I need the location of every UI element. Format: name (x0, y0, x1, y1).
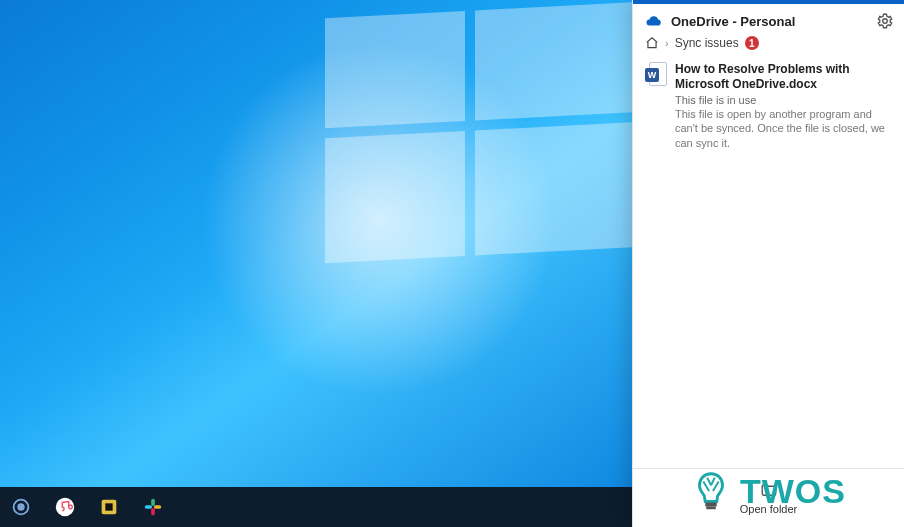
onedrive-flyout: OneDrive - Personal › Sync issues 1 W Ho… (632, 0, 904, 527)
item-subtitle: This file is in use (675, 94, 892, 106)
svg-rect-4 (105, 503, 112, 510)
svg-rect-6 (154, 505, 161, 509)
open-folder-button[interactable]: Open folder (633, 469, 904, 527)
svg-rect-5 (145, 505, 152, 509)
home-icon[interactable] (645, 36, 659, 50)
taskbar-icon-itunes[interactable] (52, 494, 78, 520)
issue-count-badge: 1 (745, 36, 759, 50)
screen: OneDrive - Personal › Sync issues 1 W Ho… (0, 0, 904, 527)
panel-body-spacer (633, 158, 904, 468)
sync-issue-item[interactable]: W How to Resolve Problems with Microsoft… (633, 58, 904, 158)
svg-rect-7 (151, 499, 155, 506)
svg-point-2 (56, 498, 74, 516)
svg-point-1 (18, 504, 24, 510)
panel-title: OneDrive - Personal (671, 14, 868, 29)
breadcrumb-label[interactable]: Sync issues (675, 36, 739, 50)
chevron-right-icon: › (665, 37, 669, 49)
item-title: How to Resolve Problems with Microsoft O… (675, 62, 892, 92)
gear-icon[interactable] (876, 12, 894, 30)
taskbar-icon-slack[interactable] (140, 494, 166, 520)
folder-icon (759, 481, 779, 499)
windows-desktop[interactable] (0, 0, 632, 487)
word-document-icon: W (645, 62, 667, 88)
taskbar-icon-app1[interactable] (8, 494, 34, 520)
open-folder-label: Open folder (740, 503, 797, 515)
item-description: This file is open by another program and… (675, 107, 892, 150)
svg-point-9 (883, 19, 888, 24)
panel-footer: Open folder (633, 468, 904, 527)
taskbar-icon-app3[interactable] (96, 494, 122, 520)
onedrive-cloud-icon (645, 12, 663, 30)
breadcrumb[interactable]: › Sync issues 1 (633, 34, 904, 58)
windows-logo-wallpaper (325, 2, 632, 259)
svg-rect-8 (151, 508, 155, 515)
panel-header: OneDrive - Personal (633, 4, 904, 34)
taskbar (0, 487, 632, 527)
